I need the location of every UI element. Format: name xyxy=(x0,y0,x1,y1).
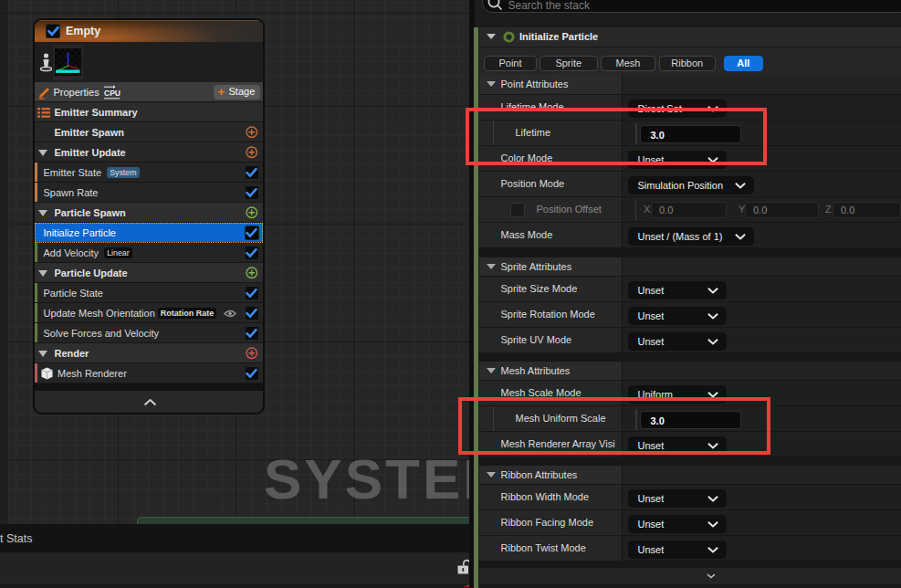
svg-text:CPU: CPU xyxy=(104,88,120,97)
